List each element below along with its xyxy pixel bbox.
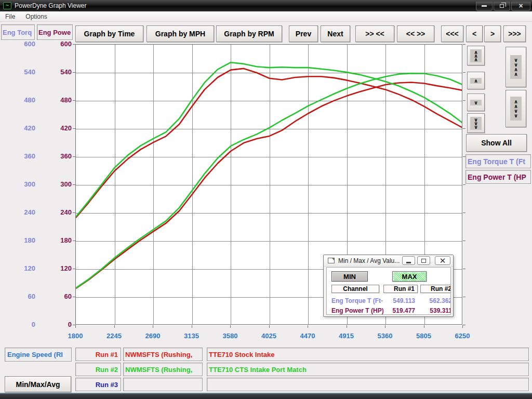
ytick-mark [463, 269, 466, 269]
xtick-4915: 4915 [330, 332, 363, 340]
minmax-minimize-button[interactable] [402, 256, 415, 265]
xtick-mark [424, 325, 424, 328]
menu-bar: FileOptions [0, 11, 532, 22]
ytick-mark [463, 297, 466, 297]
run1-header-label: Run #1 [394, 285, 415, 292]
x-axis-channel-button[interactable]: Engine Speed (RI [5, 348, 72, 362]
scroll-up-button[interactable]: ∧ [467, 72, 485, 89]
ytick-mark [463, 100, 466, 101]
run3-comment-field[interactable] [123, 378, 203, 391]
run1-comment-field[interactable]: NWMSFTS (Rushing, [123, 348, 203, 361]
ytick-mark [73, 269, 75, 269]
xtick-mark [114, 325, 115, 328]
legend-power-channel[interactable]: Eng Power T (HP [466, 170, 531, 184]
scroll-far-right-button[interactable]: >>> [503, 25, 526, 42]
run1-label-box[interactable]: Run #1 [75, 348, 121, 361]
minmax-row2-run2-value: 539.311 [420, 307, 451, 314]
column-header-run1[interactable]: Run #1 [383, 285, 418, 293]
xtick-3135: 3135 [175, 332, 208, 340]
xtick-mark [385, 325, 385, 328]
power-axis-channel-button[interactable]: Eng Powe [37, 24, 73, 40]
scroll-top-button[interactable]: ∧∧∧ [467, 46, 485, 65]
minimize-button[interactable] [476, 2, 493, 11]
chevrons-collapse-vertical-icon: ∨∨∧∧ [510, 55, 522, 79]
ytick-torque-480: 480 [14, 96, 35, 104]
minmax-window-titlebar[interactable]: Min / Max / Avg Valu... ✕ [324, 255, 453, 267]
minmax-window: Min / Max / Avg Valu... ✕ MIN MAX Channe… [323, 255, 454, 317]
ytick-power-600: 600 [50, 40, 72, 48]
app-icon: ~ [3, 2, 11, 9]
run3-description-field[interactable] [207, 378, 529, 391]
ytick-mark [73, 128, 75, 129]
minimize-icon [482, 5, 487, 7]
minmax-row1-run2-value: 562.362 [420, 297, 451, 304]
menu-file[interactable]: File [0, 11, 20, 21]
ytick-power-60: 60 [50, 292, 72, 300]
zoom-in-x-button[interactable]: >> << [355, 25, 394, 42]
zoom-out-y-button[interactable]: ∧∧∨∨ [506, 90, 526, 127]
run2-comment-field[interactable]: NWMSFTS (Rushing, [123, 363, 203, 376]
torque-axis-channel-button[interactable]: Eng Torq [1, 24, 35, 40]
run3-label-box[interactable]: Run #3 [75, 378, 121, 391]
scroll-far-left-button[interactable]: <<< [441, 25, 463, 42]
ytick-torque-0: 0 [14, 321, 35, 328]
next-button[interactable]: Next [321, 25, 350, 42]
x-axis-channel-label: Engine Speed (RI [7, 351, 63, 358]
ytick-mark [463, 241, 466, 241]
ytick-mark [73, 156, 75, 157]
legend-torque-label: Eng Torque T (Ft [468, 157, 525, 166]
max-toggle-button[interactable]: MAX [392, 271, 427, 282]
scroll-left-button[interactable]: < [466, 25, 483, 42]
scroll-bottom-button[interactable]: ∨∨∨ [467, 113, 485, 133]
ytick-mark [73, 184, 75, 185]
minmax-row2-channel: Eng Power T (HP) [331, 307, 383, 314]
column-header-channel[interactable]: Channel [331, 285, 379, 293]
minmax-row2-run1-value: 519.477 [383, 307, 415, 314]
restore-button[interactable] [494, 2, 510, 11]
minmaxavg-button[interactable]: Min/Max/Avg [5, 376, 71, 392]
chevron-triple-up-icon: ∧∧∧ [470, 49, 482, 62]
minmax-restore-button[interactable] [417, 256, 430, 265]
xtick-4025: 4025 [252, 332, 286, 340]
scroll-down-button[interactable]: ∨ [467, 94, 485, 111]
chevron-down-icon: ∨ [470, 100, 482, 105]
legend-power-label: Eng Power T (HP [468, 173, 526, 181]
minmaxavg-label: Min/Max/Avg [16, 380, 60, 389]
xtick-mark [462, 325, 463, 328]
run2-description-field[interactable]: TTE710 CTS Intake Port Match [207, 363, 529, 376]
ytick-power-360: 360 [50, 152, 72, 160]
column-header-run2[interactable]: Run #2 [420, 285, 451, 293]
close-icon: × [518, 2, 523, 9]
show-all-button[interactable]: Show All [466, 134, 527, 152]
prev-button[interactable]: Prev [289, 25, 318, 42]
xtick-5805: 5805 [407, 332, 441, 340]
zoom-in-y-button[interactable]: ∨∨∧∧ [506, 47, 526, 87]
ytick-power-420: 420 [50, 124, 72, 132]
restore-icon [500, 4, 504, 8]
ytick-torque-420: 420 [14, 124, 35, 132]
menu-options[interactable]: Options [20, 11, 52, 21]
min-toggle-button[interactable]: MIN [331, 271, 368, 282]
ytick-torque-60: 60 [14, 292, 35, 300]
minmax-window-title: Min / Max / Avg Valu... [338, 257, 400, 264]
graph-by-time-button[interactable]: Graph by Time [75, 25, 143, 42]
xtick-mark [75, 325, 76, 328]
scroll-right-button[interactable]: > [484, 25, 501, 42]
close-button[interactable]: × [511, 2, 530, 11]
title-bar[interactable]: ~ PowerDyne Graph Viewer × [0, 0, 532, 11]
xtick-4470: 4470 [291, 332, 324, 340]
minmax-restore-icon [421, 259, 426, 263]
ytick-mark [463, 184, 466, 185]
legend-torque-channel[interactable]: Eng Torque T (Ft [466, 154, 531, 168]
graph-by-mph-button[interactable]: Graph by MPH [147, 25, 214, 42]
minmax-close-button[interactable]: ✕ [435, 256, 450, 265]
chevron-up-icon: ∧ [470, 78, 482, 84]
run1-description-field[interactable]: TTE710 Stock Intake [207, 348, 529, 361]
ytick-mark [463, 128, 466, 129]
ytick-torque-600: 600 [14, 40, 35, 48]
graph-by-rpm-button[interactable]: Graph by RPM [216, 25, 282, 42]
ytick-torque-540: 540 [14, 68, 35, 76]
max-toggle-label: MAX [402, 273, 417, 281]
run2-label-box[interactable]: Run #2 [75, 363, 121, 376]
zoom-out-x-button[interactable]: << >> [397, 25, 434, 42]
